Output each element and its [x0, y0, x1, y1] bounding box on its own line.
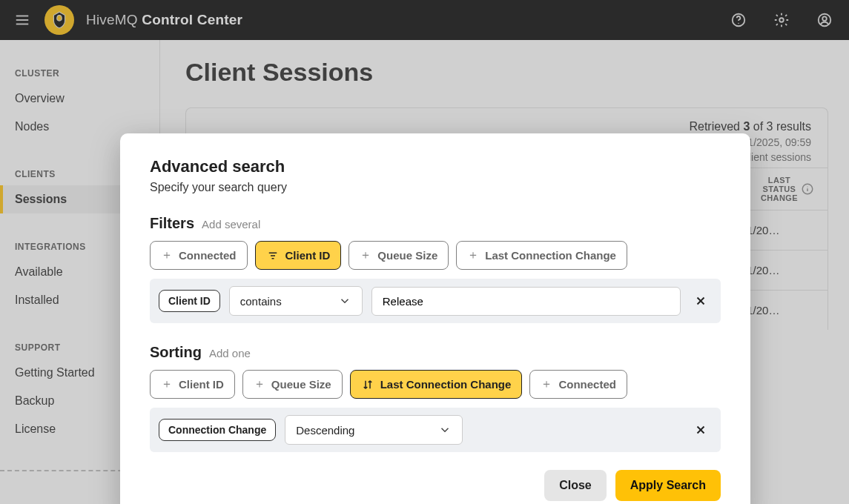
sort-badge: Connection Change	[159, 419, 276, 441]
remove-filter-button[interactable]	[690, 290, 712, 312]
sort-direction-select[interactable]: Descending	[285, 415, 463, 445]
funnel-icon	[266, 249, 280, 262]
filter-badge: Client ID	[159, 290, 220, 312]
filter-row-client-id: Client ID contains	[150, 279, 721, 323]
sorting-title: Sorting	[150, 344, 202, 361]
plus-icon: ＋	[541, 377, 552, 392]
close-icon	[694, 294, 707, 308]
plus-icon: ＋	[161, 377, 173, 392]
modal-subtitle: Specify your search query	[150, 181, 721, 194]
modal-title: Advanced search	[150, 157, 721, 176]
sort-chip-client-id[interactable]: ＋ Client ID	[150, 370, 235, 399]
chevron-down-icon	[438, 423, 452, 437]
chevron-down-icon	[338, 294, 351, 308]
plus-icon: ＋	[254, 377, 265, 392]
filter-chip-last-connection-change[interactable]: ＋ Last Connection Change	[456, 241, 627, 270]
remove-sort-button[interactable]	[690, 419, 712, 441]
apply-search-button[interactable]: Apply Search	[615, 470, 721, 501]
filter-chip-queue-size[interactable]: ＋ Queue Size	[348, 241, 449, 270]
filter-chip-client-id[interactable]: Client ID	[255, 241, 342, 270]
advanced-search-modal: Advanced search Specify your search quer…	[120, 133, 750, 504]
filter-chip-connected[interactable]: ＋ Connected	[150, 241, 248, 270]
filters-title: Filters	[150, 215, 194, 232]
sort-icon	[361, 378, 374, 391]
filter-operator-select[interactable]: contains	[229, 286, 363, 316]
sort-chip-connected[interactable]: ＋ Connected	[529, 370, 627, 399]
sorting-hint: Add one	[209, 347, 251, 359]
filters-hint: Add several	[202, 218, 260, 231]
close-button[interactable]: Close	[544, 470, 607, 501]
plus-icon: ＋	[467, 248, 479, 263]
filter-value-input[interactable]	[371, 287, 681, 316]
sort-chip-last-connection-change[interactable]: Last Connection Change	[350, 370, 523, 399]
plus-icon: ＋	[161, 248, 173, 263]
close-icon	[694, 423, 707, 437]
plus-icon: ＋	[360, 248, 371, 263]
sort-row-connection-change: Connection Change Descending	[150, 408, 721, 452]
sort-chip-queue-size[interactable]: ＋ Queue Size	[242, 370, 343, 399]
